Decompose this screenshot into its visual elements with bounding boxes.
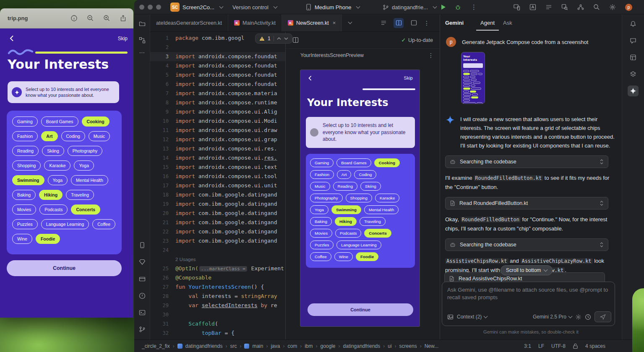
- project-tool-icon[interactable]: [137, 19, 147, 29]
- code-line[interactable]: 2: [150, 43, 285, 52]
- code-editor[interactable]: 1package com.ibm.googl23import androidx.…: [150, 32, 285, 339]
- back-chevron-icon[interactable]: [308, 75, 312, 81]
- interest-chip[interactable]: Foodie: [356, 252, 378, 261]
- interest-chip[interactable]: Yoga: [48, 175, 68, 185]
- gemini-settings-icon[interactable]: [575, 314, 581, 320]
- interest-chip[interactable]: Karaoke: [44, 160, 70, 171]
- settings-gear-icon[interactable]: [609, 4, 616, 10]
- device-manager-icon[interactable]: [137, 240, 147, 250]
- code-line[interactable]: 18import com.ibm.google.datingand: [150, 190, 285, 199]
- run-button[interactable]: [441, 0, 446, 14]
- app-inspection-icon[interactable]: [561, 4, 568, 10]
- breadcrumb-item[interactable]: datingandfriends: [343, 343, 381, 349]
- interest-chip[interactable]: Karaoke: [375, 194, 400, 202]
- code-line[interactable]: 32 topBar = {: [150, 329, 285, 338]
- tab-ask[interactable]: Ask: [499, 15, 516, 31]
- design-view-icon[interactable]: [409, 18, 419, 28]
- split-editor-icon[interactable]: [292, 37, 299, 43]
- notifications-bell-icon[interactable]: [628, 18, 639, 29]
- close-button[interactable]: [139, 5, 144, 10]
- code-line[interactable]: 19import com.ibm.google.datingand: [150, 199, 285, 209]
- code-line[interactable]: 9import androidx.compose.ui.Alig: [150, 107, 285, 116]
- tab-newscreen[interactable]: K NewScreen.kt ×: [282, 14, 342, 31]
- layers-icon[interactable]: [628, 69, 639, 80]
- interest-chip[interactable]: Coffee: [310, 252, 331, 261]
- code-line[interactable]: 20import com.ibm.google.datingand: [150, 209, 285, 218]
- send-button[interactable]: [594, 311, 611, 322]
- interest-chip[interactable]: Puzzles: [12, 219, 38, 229]
- interest-chip[interactable]: Shopping: [346, 194, 372, 202]
- attached-screenshot-thumbnail[interactable]: Your Interests: [461, 52, 485, 104]
- interest-chip[interactable]: Coding: [354, 170, 376, 179]
- user-avatar[interactable]: p: [625, 4, 632, 11]
- code-line[interactable]: 12import androidx.compose.ui.grap: [150, 135, 285, 144]
- editor-options-icon[interactable]: ⋮: [424, 20, 430, 26]
- breadcrumb-item[interactable]: New...: [425, 343, 438, 349]
- code-line[interactable]: 11import androidx.compose.ui.draw: [150, 126, 285, 135]
- more-tool-windows-icon[interactable]: ⋯: [137, 47, 147, 57]
- code-line[interactable]: 31 Scaffold(: [150, 319, 285, 329]
- gemini-spark-icon[interactable]: [628, 85, 639, 96]
- interest-chip[interactable]: Concerts: [71, 204, 100, 215]
- zoom-out-button[interactable]: [87, 15, 94, 22]
- tool-call-chip[interactable]: Read RoundedFilledButton.kt: [445, 197, 608, 210]
- back-chevron-icon[interactable]: [9, 35, 14, 41]
- breadcrumb-item[interactable]: com: [287, 343, 297, 349]
- interest-chip[interactable]: Board Games: [41, 116, 78, 127]
- project-selector[interactable]: SC Screen2Co...: [170, 0, 223, 14]
- code-line[interactable]: 21import com.ibm.google.datingand: [150, 218, 285, 227]
- profiler-icon[interactable]: [577, 4, 584, 10]
- interest-chip[interactable]: Baking: [12, 190, 36, 200]
- scroll-to-bottom-button[interactable]: Scroll to bottom: [501, 265, 553, 275]
- code-line[interactable]: 30: [150, 310, 285, 319]
- interest-chip[interactable]: Swimming: [331, 205, 361, 214]
- readonly-lock-icon[interactable]: [573, 343, 578, 349]
- interest-chip[interactable]: Mental Health: [364, 205, 399, 214]
- interest-chip[interactable]: Podcasts: [39, 204, 68, 215]
- code-line[interactable]: 15import androidx.compose.ui.text: [150, 163, 285, 172]
- interest-chip[interactable]: Puzzles: [310, 241, 334, 249]
- interest-chip[interactable]: Yoga: [74, 160, 94, 171]
- branch-selector[interactable]: datingandfrie...: [383, 0, 436, 14]
- code-line[interactable]: 2 Usages: [150, 255, 285, 264]
- device-explorer-icon[interactable]: [628, 52, 639, 63]
- breadcrumb-item[interactable]: _circle_2_fix: [142, 343, 170, 349]
- code-line[interactable]: 5import androidx.compose.foundat: [150, 70, 285, 80]
- interest-chip[interactable]: Skiing: [42, 146, 64, 156]
- app-quality-insights-icon[interactable]: [137, 257, 147, 267]
- interest-chip[interactable]: Art: [337, 170, 352, 179]
- code-line[interactable]: 23import com.ibm.google.datingand: [150, 236, 285, 246]
- inspections-widget[interactable]: 1: [255, 34, 292, 44]
- continue-button[interactable]: Continue: [308, 303, 413, 316]
- breadcrumb-item[interactable]: ui: [388, 343, 391, 349]
- interest-chip[interactable]: Shopping: [12, 160, 41, 171]
- more-actions-button[interactable]: ⋮: [471, 0, 477, 14]
- indent-setting[interactable]: 4 spaces: [585, 343, 605, 349]
- search-icon[interactable]: [593, 4, 600, 10]
- layout-inspector-icon[interactable]: [529, 4, 536, 10]
- preview-options-icon[interactable]: ⋮: [428, 52, 434, 59]
- breadcrumb-item[interactable]: main: [252, 343, 263, 349]
- zoom-in-button[interactable]: [103, 15, 110, 22]
- interest-chip[interactable]: Gaming: [12, 116, 38, 127]
- interest-chip[interactable]: Cooking: [374, 158, 400, 167]
- tool-call-chip[interactable]: Searching the codebase: [445, 155, 608, 168]
- model-selector[interactable]: Gemini 2.5 Pro: [533, 314, 572, 320]
- ai-chat-icon[interactable]: [628, 35, 639, 46]
- interest-chip[interactable]: Gaming: [310, 158, 334, 167]
- interest-chip[interactable]: Fashion: [12, 131, 38, 141]
- tab-generateideasgeneratorscreen[interactable]: ateIdeasGeneratorScreen.kt: [150, 14, 228, 31]
- file-encoding[interactable]: UTF-8: [551, 343, 566, 349]
- code-line[interactable]: 6import androidx.compose.foundat: [150, 80, 285, 89]
- interest-chip[interactable]: Reading: [333, 182, 358, 191]
- interest-chip[interactable]: Mental Health: [71, 175, 108, 185]
- skip-button[interactable]: Skip: [118, 36, 128, 41]
- share-button[interactable]: [120, 15, 127, 22]
- hidden-tabs-chevron[interactable]: [342, 14, 356, 31]
- code-line[interactable]: 26@Composable: [150, 273, 285, 282]
- code-line[interactable]: 27fun YourInterestsScreen() {: [150, 282, 285, 292]
- breadcrumb-item[interactable]: screens: [399, 343, 417, 349]
- interest-chip[interactable]: Fashion: [310, 170, 334, 179]
- interest-chip[interactable]: Wine: [334, 252, 353, 261]
- interest-chip[interactable]: Photography: [310, 194, 343, 202]
